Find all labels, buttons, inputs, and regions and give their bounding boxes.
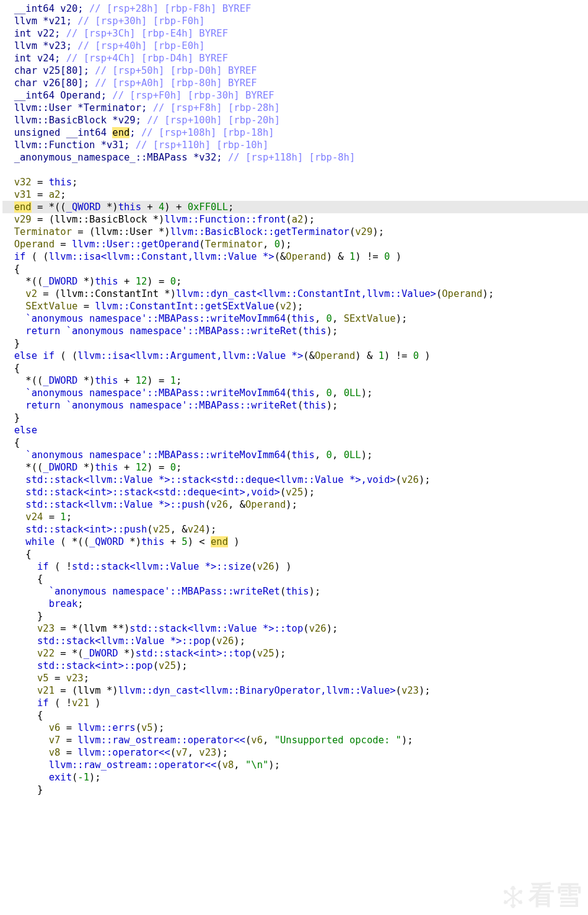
- highlighted-token-end[interactable]: end: [112, 127, 129, 138]
- highlighted-token-end[interactable]: end: [211, 536, 228, 547]
- decompiler-code-view[interactable]: __int64 v20; // [rsp+28h] [rbp-F8h] BYRE…: [0, 0, 588, 796]
- current-line[interactable]: end = *((_QWORD *)this + 4) + 0xFF0LL;: [2, 201, 588, 213]
